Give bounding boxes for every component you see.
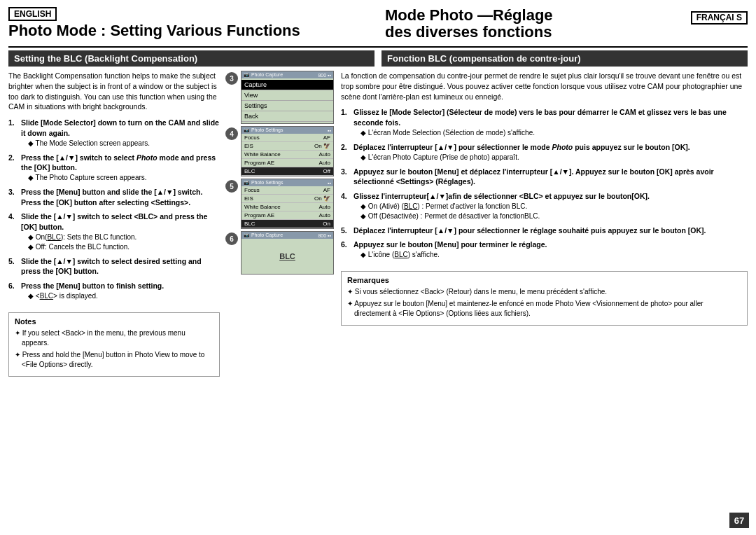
header-divider	[8, 46, 748, 48]
lcd-screen: 📷 Photo Capture800 ▪▪ Capture View Setti…	[241, 71, 334, 124]
screen-block-5: 5 📷 Photo Settings▪▪ FocusAF EISOn 🦅 Whi…	[225, 179, 334, 229]
lcd-screen: 📷 Photo Capture800 ▪▪ BLC	[241, 231, 334, 275]
screen-block-4: 4 📷 Photo Settings▪▪ FocusAF EISOn 🦅 Whi…	[225, 126, 334, 176]
section-header-left: Setting the BLC (Backlight Compensation)	[8, 50, 374, 67]
section-header-right: Fonction BLC (compensation de contre-jou…	[382, 50, 748, 67]
page-title-right: Mode Photo —Réglage des diverses fonctio…	[385, 7, 748, 41]
remarques-title: Remarques	[347, 276, 741, 284]
list-item: ✦ Appuyez sur le bouton [Menu] et mainte…	[347, 299, 741, 319]
list-item: 4. Glissez l'interrupteur[▲/▼]afin de sé…	[341, 191, 748, 221]
list-item: ✦ If you select <Back> in the menu, the …	[15, 328, 214, 348]
lang-badge-left: ENGLISH	[8, 7, 371, 22]
screens-column: 3 📷 Photo Capture800 ▪▪ Capture View Set…	[225, 71, 334, 528]
remarques-box: Remarques ✦ Si vous sélectionnez <Back> …	[341, 271, 748, 326]
list-item: ✦ Press and hold the [Menu] button in Ph…	[15, 350, 214, 370]
notes-title: Notes	[15, 317, 214, 326]
list-item: 2. Déplacez l'interrupteur [▲/▼] pour sé…	[341, 142, 748, 162]
list-item: 6. Appuyez sur le bouton [Menu] pour ter…	[341, 239, 748, 260]
list-item: 6. Press the [Menu] button to finish set…	[8, 281, 220, 301]
list-item: 5. Déplacez l'interrupteur [▲/▼] pour sé…	[341, 225, 748, 236]
list-item: 3. Press the [Menu] button and slide the…	[8, 187, 220, 207]
section-headers: Setting the BLC (Backlight Compensation)…	[8, 50, 748, 67]
list-item: 1. Glissez le [Mode Selector] (Sélecteur…	[341, 107, 748, 137]
lcd-screen: 📷 Photo Settings▪▪ FocusAF EISOn 🦅 White…	[241, 179, 334, 229]
list-item: 3. Appuyez sur le bouton [Menu] et dépla…	[341, 167, 748, 187]
list-item: 1. Slide [Mode Selector] down to turn on…	[8, 118, 220, 148]
left-intro: The Backlight Compensation function help…	[8, 71, 220, 112]
step-circle: 5	[225, 180, 238, 193]
list-item: 4. Slide the [▲/▼] switch to select <BLC…	[8, 211, 220, 251]
notes-box: Notes ✦ If you select <Back> in the menu…	[8, 312, 220, 377]
lang-badge-right: FRANÇAI S	[684, 7, 748, 26]
list-item: 5. Slide the [▲/▼] switch to select desi…	[8, 256, 220, 277]
right-intro: La fonction de compensation du contre-jo…	[341, 71, 748, 102]
list-item: ✦ Si vous sélectionnez <Back> (Retour) d…	[347, 287, 741, 297]
step-circle: 3	[225, 72, 238, 85]
steps-list-right: 1. Glissez le [Mode Selector] (Sélecteur…	[341, 107, 748, 264]
step-circle: 6	[225, 232, 238, 245]
lcd-screen: 📷 Photo Settings▪▪ FocusAF EISOn 🦅 White…	[241, 126, 334, 176]
screen-block-3: 3 📷 Photo Capture800 ▪▪ Capture View Set…	[225, 71, 334, 124]
page-number: 67	[729, 513, 749, 528]
screen-block-6: 6 📷 Photo Capture800 ▪▪ BLC	[225, 231, 334, 275]
step-circle: 4	[225, 127, 238, 140]
page-title-left: Photo Mode : Setting Various Functions	[8, 22, 371, 39]
steps-list-left: 1. Slide [Mode Selector] down to turn on…	[8, 118, 220, 305]
list-item: 2. Press the [▲/▼] switch to select Phot…	[8, 153, 220, 183]
